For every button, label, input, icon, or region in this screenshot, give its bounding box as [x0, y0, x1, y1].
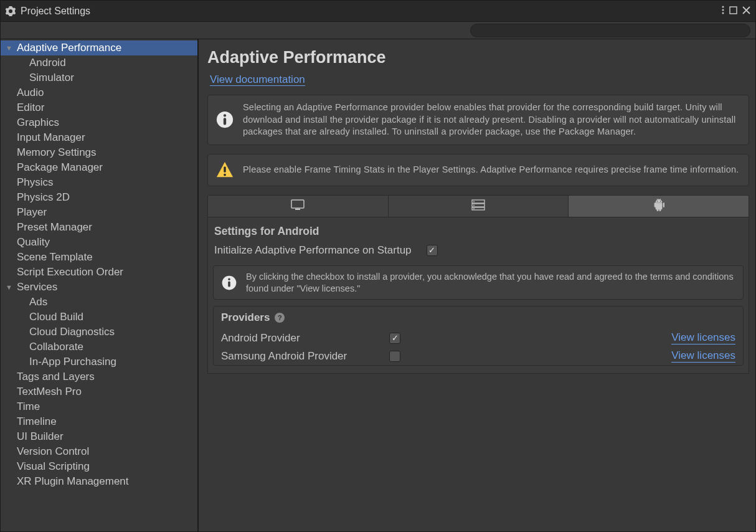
- provider-label: Samsung Android Provider: [221, 350, 389, 363]
- sidebar-item-player[interactable]: Player: [1, 205, 197, 220]
- init-on-startup-label: Initialize Adaptive Performance on Start…: [214, 244, 412, 257]
- sidebar-item-cloud-diagnostics[interactable]: Cloud Diagnostics: [1, 325, 197, 340]
- sidebar-item-label: Version Control: [17, 445, 89, 458]
- sidebar-item-editor[interactable]: Editor: [1, 100, 197, 115]
- svg-point-20: [659, 201, 660, 201]
- svg-point-19: [656, 201, 657, 201]
- sidebar-item-timeline[interactable]: Timeline: [1, 414, 197, 429]
- sidebar-item-ads[interactable]: Ads: [1, 295, 197, 310]
- info-icon: [215, 110, 234, 129]
- sidebar-item-tags-and-layers[interactable]: Tags and Layers: [1, 369, 197, 384]
- terms-info-text: By clicking the checkbox to install a pr…: [246, 271, 735, 295]
- sidebar-item-quality[interactable]: Quality: [1, 235, 197, 250]
- sidebar-item-label: Time: [17, 401, 40, 413]
- sidebar-item-textmesh-pro[interactable]: TextMesh Pro: [1, 384, 197, 399]
- provider-checkbox-samsung[interactable]: [389, 351, 400, 362]
- search-input[interactable]: [470, 24, 750, 37]
- sidebar-item-label: Timeline: [17, 416, 57, 428]
- sidebar-item-label: Services: [17, 281, 57, 293]
- platform-tab-android[interactable]: [569, 196, 749, 217]
- info-icon: [221, 275, 237, 291]
- svg-point-22: [228, 278, 230, 280]
- terms-info-box: By clicking the checkbox to install a pr…: [213, 265, 744, 300]
- sidebar-item-physics-2d[interactable]: Physics 2D: [1, 190, 197, 205]
- svg-rect-23: [228, 281, 230, 287]
- sidebar-item-time[interactable]: Time: [1, 399, 197, 414]
- help-icon[interactable]: ?: [275, 313, 285, 323]
- sidebar-item-label: Editor: [17, 102, 44, 114]
- provider-row-android: Android Provider View licenses: [214, 329, 743, 347]
- sidebar-item-graphics[interactable]: Graphics: [1, 115, 197, 130]
- sidebar-item-preset-manager[interactable]: Preset Manager: [1, 220, 197, 235]
- sidebar-item-label: Script Execution Order: [17, 266, 123, 278]
- android-settings-panel: Settings for Android Initialize Adaptive…: [207, 217, 749, 374]
- sidebar-item-label: Memory Settings: [17, 146, 97, 159]
- warning-icon: [215, 161, 234, 179]
- sidebar-item-physics[interactable]: Physics: [1, 175, 197, 190]
- svg-point-17: [473, 205, 475, 206]
- settings-content: Adaptive Performance View documentation …: [199, 39, 755, 531]
- sidebar-item-collaborate[interactable]: Collaborate: [1, 340, 197, 354]
- sidebar-item-in-app-purchasing[interactable]: In-App Purchasing: [1, 354, 197, 369]
- page-title: Adaptive Performance: [207, 48, 755, 67]
- sidebar-item-input-manager[interactable]: Input Manager: [1, 130, 197, 145]
- sidebar-item-xr-plugin-management[interactable]: XR Plugin Management: [1, 474, 197, 489]
- sidebar-item-label: Input Manager: [17, 131, 85, 144]
- providers-heading: Providers ?: [214, 306, 743, 329]
- titlebar: Project Settings: [1, 1, 755, 22]
- sidebar-item-ui-builder[interactable]: UI Builder: [1, 429, 197, 444]
- view-licenses-link[interactable]: View licenses: [671, 349, 735, 363]
- sidebar-item-label: Audio: [17, 87, 44, 99]
- sidebar-item-label: Tags and Layers: [17, 371, 95, 383]
- providers-label: Providers: [221, 311, 270, 324]
- svg-point-16: [473, 201, 475, 202]
- svg-rect-11: [291, 200, 304, 208]
- sidebar-item-label: XR Plugin Management: [17, 475, 129, 488]
- sidebar-item-label: Player: [17, 206, 47, 219]
- sidebar-item-android[interactable]: Android: [1, 55, 197, 70]
- view-documentation-link[interactable]: View documentation: [210, 74, 305, 86]
- svg-rect-12: [295, 209, 300, 210]
- sidebar-item-audio[interactable]: Audio: [1, 85, 197, 100]
- platform-tabs: [207, 195, 749, 217]
- sidebar-item-label: Package Manager: [17, 161, 103, 174]
- init-on-startup-checkbox[interactable]: [427, 245, 438, 256]
- kebab-menu-icon[interactable]: [722, 6, 724, 16]
- window-controls: [722, 6, 750, 16]
- sidebar-item-services[interactable]: ▼Services: [1, 280, 197, 295]
- svg-point-1: [722, 9, 724, 11]
- sidebar-item-version-control[interactable]: Version Control: [1, 444, 197, 459]
- android-icon: [653, 199, 664, 213]
- sidebar-item-script-execution-order[interactable]: Script Execution Order: [1, 265, 197, 280]
- sidebar-item-simulator[interactable]: Simulator: [1, 70, 197, 85]
- sidebar-item-adaptive-performance[interactable]: ▼Adaptive Performance: [1, 40, 197, 55]
- view-licenses-link[interactable]: View licenses: [671, 331, 735, 344]
- sidebar-item-label: Physics: [17, 176, 54, 189]
- chevron-down-icon[interactable]: ▼: [6, 44, 13, 52]
- svg-rect-8: [224, 118, 226, 125]
- sidebar-item-package-manager[interactable]: Package Manager: [1, 160, 197, 175]
- sidebar-item-visual-scripting[interactable]: Visual Scripting: [1, 459, 197, 474]
- platform-tab-standalone[interactable]: [208, 196, 389, 217]
- sidebar-item-scene-template[interactable]: Scene Template: [1, 250, 197, 265]
- android-settings-heading: Settings for Android: [208, 224, 749, 243]
- sidebar-item-label: Physics 2D: [17, 191, 70, 204]
- provider-checkbox-android[interactable]: [389, 333, 400, 344]
- sidebar-item-label: Scene Template: [17, 251, 93, 264]
- settings-sidebar: ▼Adaptive PerformanceAndroidSimulatorAud…: [1, 39, 199, 531]
- sidebar-item-label: UI Builder: [17, 430, 64, 443]
- chevron-down-icon[interactable]: ▼: [6, 283, 13, 291]
- maximize-icon[interactable]: [729, 6, 737, 16]
- provider-info-box: Selecting an Adaptive Performance provid…: [207, 95, 749, 145]
- sidebar-item-label: Preset Manager: [17, 221, 92, 234]
- svg-point-10: [224, 173, 226, 176]
- sidebar-item-label: Adaptive Performance: [17, 42, 121, 54]
- sidebar-item-memory-settings[interactable]: Memory Settings: [1, 145, 197, 160]
- sidebar-item-cloud-build[interactable]: Cloud Build: [1, 310, 197, 325]
- svg-point-2: [722, 12, 724, 14]
- searchbar: [1, 22, 755, 39]
- platform-tab-server[interactable]: [389, 196, 569, 217]
- project-settings-window: Project Settings ▼Adaptive PerformanceAn…: [0, 0, 756, 532]
- sidebar-item-label: Quality: [17, 236, 50, 249]
- close-icon[interactable]: [742, 6, 750, 16]
